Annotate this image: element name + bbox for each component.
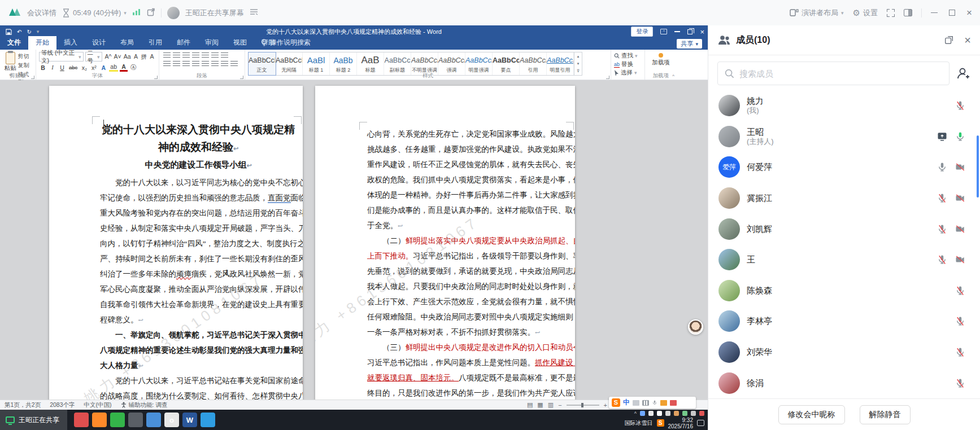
save-icon[interactable] [6, 29, 12, 35]
member-search-box[interactable] [717, 62, 949, 85]
share-button[interactable]: 共享 ▾ [677, 39, 702, 49]
mic-muted-icon[interactable] [937, 193, 947, 203]
shading[interactable] [221, 61, 228, 67]
tray-orange[interactable] [674, 411, 679, 416]
style-item[interactable]: AaB 标题 [357, 52, 384, 75]
add-member-icon[interactable] [956, 67, 971, 80]
highlight-color[interactable]: ab [109, 63, 118, 72]
enclose-characters[interactable]: Ⓐ [129, 64, 138, 72]
zoom-in-icon[interactable]: + [604, 402, 607, 409]
align-left[interactable] [163, 61, 171, 67]
mic-muted-icon[interactable] [955, 100, 965, 111]
member-row[interactable]: 刘荣华 [708, 337, 980, 368]
word-minimize-button[interactable] [674, 31, 680, 32]
fullscreen-icon[interactable] [887, 9, 895, 17]
cut-button[interactable]: 剪切 [18, 52, 33, 60]
taskbar-app-red-person[interactable] [74, 413, 89, 427]
ime-punctuation-icon[interactable] [633, 400, 639, 406]
multilevel-list[interactable] [182, 52, 190, 59]
ime-keyboard-icon[interactable] [642, 400, 649, 406]
zoom-out-icon[interactable]: − [558, 402, 561, 409]
meeting-details-button[interactable]: 会议详情 [27, 8, 56, 18]
rename-in-meeting-button[interactable]: 修改会中昵称 [778, 405, 845, 424]
document-page-1[interactable]: 党的十八大以来深入贯彻中央八项规定精神的成效和经验↩中央党的建设工作领导小组↩党… [49, 86, 303, 400]
panel-toggle-icon[interactable] [904, 9, 912, 16]
style-item[interactable]: AaBbCc 副标题 [384, 52, 411, 75]
bold[interactable]: B [39, 64, 47, 71]
style-item[interactable]: AaBb 标题 2 [330, 52, 357, 75]
superscript[interactable]: x² [90, 64, 98, 71]
copy-button[interactable]: 复制 [18, 62, 33, 69]
member-row[interactable]: 徐涓 [708, 367, 980, 398]
sogou-logo-icon[interactable]: S [612, 398, 620, 407]
ribbon-tab[interactable]: 开始 [28, 36, 56, 50]
character-border[interactable]: A [148, 53, 156, 61]
tray-person[interactable] [665, 411, 670, 416]
line-spacing[interactable] [211, 61, 219, 67]
meeting-timer[interactable]: 05:49 (40分钟) ▾ [62, 8, 127, 18]
news-widget-label[interactable]: 国际冰雪日 [625, 419, 653, 427]
ribbon-tab[interactable]: 审阅 [198, 36, 226, 50]
style-item[interactable]: AaBbCcD 引用 [520, 52, 547, 75]
maximize-button[interactable] [949, 10, 955, 16]
sogou-tray-icon[interactable]: S [657, 419, 664, 427]
taskbar-app-firefox[interactable] [92, 413, 107, 427]
accessibility-status[interactable]: 辅助功能: 调查 [121, 401, 168, 409]
screen-sharing-icon[interactable] [937, 131, 947, 142]
open-external-icon[interactable] [147, 8, 155, 18]
tray-mic[interactable] [648, 411, 654, 416]
text-effects[interactable]: A [99, 64, 107, 71]
camera-off-icon[interactable] [955, 193, 965, 203]
justify[interactable] [192, 61, 199, 67]
document-area[interactable]: 党的十八大以来深入贯彻中央八项规定精神的成效和经验↩中央党的建设工作领导小组↩党… [0, 80, 708, 400]
style-item[interactable]: AaBbCcDc 正文 [249, 52, 276, 75]
ribbon-tab[interactable]: 引用 [141, 36, 169, 50]
paste-button[interactable]: 粘贴 ▾ [3, 51, 18, 72]
popout-panel-icon[interactable] [944, 35, 954, 45]
tray-expand-icon[interactable]: ^ [634, 411, 637, 416]
underline[interactable]: U [58, 64, 66, 71]
minimize-button[interactable] [931, 12, 938, 14]
redo-icon[interactable]: ↻ [27, 29, 31, 35]
addins-button[interactable]: 加载项 [648, 59, 674, 67]
taskbar-app-folder[interactable] [146, 413, 161, 427]
taskbar-app-dark[interactable] [128, 413, 143, 427]
word-count[interactable]: 2083个字 [50, 401, 75, 409]
taskbar-app-green[interactable] [110, 413, 125, 427]
mic-muted-icon[interactable] [937, 224, 947, 234]
style-item[interactable]: AaBbCcD 不明显强调 [411, 52, 438, 75]
sort[interactable] [211, 52, 219, 59]
strikethrough[interactable]: abc [68, 64, 79, 71]
mic-active-icon[interactable] [955, 131, 965, 142]
ime-mic-icon[interactable] [652, 399, 657, 406]
scroll-down-icon[interactable]: ▾ [577, 62, 580, 66]
member-row[interactable]: 爱萍 何爱萍 [708, 152, 980, 183]
style-item[interactable]: AaBbCcD 强调 [438, 52, 465, 75]
read-mode-icon[interactable]: ▤ [527, 401, 533, 409]
sharing-taskbar-badge[interactable]: 王昭正在共享 [0, 410, 67, 430]
style-item[interactable]: AaBl 标题 1 [303, 52, 330, 75]
word-restore-button[interactable] [687, 29, 692, 34]
document-page-2[interactable]: 心向背，关系党的生死存亡，决定党和国家事业成败。风险越大、挑战越多、任务越重，越… [315, 86, 575, 400]
qat-customize-icon[interactable]: ▾ [37, 29, 40, 34]
find-button[interactable]: 查找 ▾ [614, 52, 642, 60]
print-layout-icon[interactable]: ▦ [537, 401, 543, 409]
style-item[interactable]: AaBbCcD 明显强调 [465, 52, 493, 75]
clear-formatting[interactable]: A [132, 53, 140, 61]
ribbon-tab[interactable]: 设计 [85, 36, 113, 50]
bullet-list[interactable] [163, 52, 171, 59]
tray-green[interactable] [682, 411, 687, 416]
ime-toolbox-icon[interactable] [660, 400, 667, 406]
member-row[interactable]: 李林亭 [708, 306, 980, 337]
language-indicator[interactable]: 中文(中国) [84, 401, 112, 409]
grow-font[interactable]: A^ [104, 53, 113, 61]
ribbon-tab[interactable]: 插入 [56, 36, 85, 50]
borders[interactable] [230, 61, 238, 67]
taskbar-app-browser[interactable]: o [164, 413, 179, 427]
member-row[interactable]: 王昭 (主持人) [708, 121, 980, 152]
shrink-font[interactable]: A˅ [113, 53, 123, 61]
ribbon-tab[interactable]: 文件 [0, 36, 28, 50]
ribbon-display-options-icon[interactable]: ^ [660, 29, 667, 34]
scroll-up-icon[interactable]: ▴ [577, 54, 580, 59]
close-button[interactable]: × [966, 7, 972, 19]
